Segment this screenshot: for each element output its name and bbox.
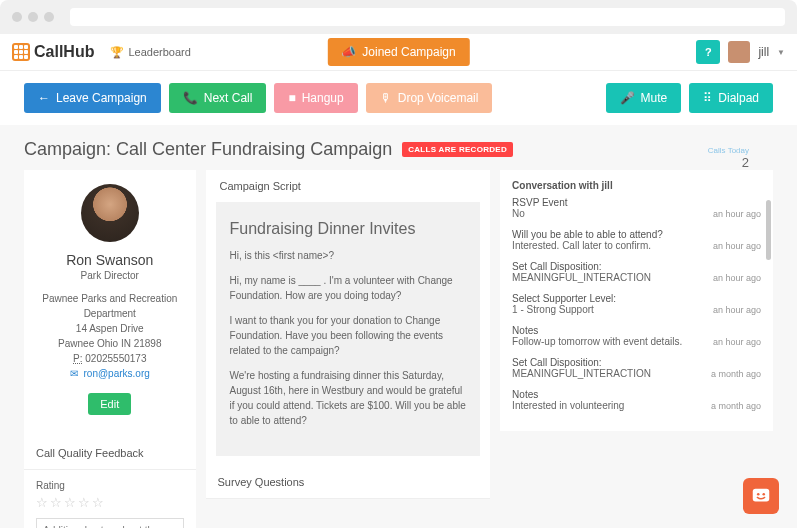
dialpad-label: Dialpad: [718, 91, 759, 105]
conversation-item: Select Supporter Level:1 - Strong Suppor…: [512, 293, 761, 315]
logo-icon: [12, 43, 30, 61]
survey-header: Survey Questions: [206, 466, 491, 499]
conversation-question: RSVP Event: [512, 197, 761, 208]
calls-today-count: 2: [708, 155, 749, 170]
conversation-answer: No: [512, 208, 525, 219]
conversation-time: an hour ago: [713, 337, 761, 347]
contact-email-row[interactable]: ✉ ron@parks.org: [34, 366, 186, 381]
contact-address1: 14 Aspen Drive: [34, 321, 186, 336]
conversation-item: NotesFollow-up tomorrow with event detai…: [512, 325, 761, 347]
main: Campaign: Call Center Fundraising Campai…: [0, 125, 797, 528]
contact-phone: 02025550173: [85, 353, 146, 364]
conversation-answer: MEANINGFUL_INTERACTION: [512, 368, 651, 379]
conversation-item: Set Call Disposition:MEANINGFUL_INTERACT…: [512, 357, 761, 379]
conversation-item: Will you be able to able to attend?Inter…: [512, 229, 761, 251]
conversation-question: Notes: [512, 389, 761, 400]
svg-point-1: [757, 493, 760, 496]
logo-text: CallHub: [34, 43, 94, 61]
contact-email: ron@parks.org: [84, 368, 150, 379]
logo[interactable]: CallHub: [12, 43, 94, 61]
conversation-item: NotesInterested in volunteeringa month a…: [512, 389, 761, 411]
leaderboard-label: Leaderboard: [128, 46, 190, 58]
drop-voicemail-button[interactable]: 🎙 Drop Voicemail: [366, 83, 493, 113]
conversation-item: Set Call Disposition:MEANINGFUL_INTERACT…: [512, 261, 761, 283]
user-name: jill: [758, 45, 769, 59]
conversation-time: an hour ago: [713, 209, 761, 219]
script-p4: We're hosting a fundraising dinner this …: [230, 368, 467, 428]
conversation-question: Will you be able to able to attend?: [512, 229, 761, 240]
script-body: Fundraising Dinner Invites Hi, is this <…: [216, 202, 481, 456]
script-title: Fundraising Dinner Invites: [230, 220, 467, 238]
drop-label: Drop Voicemail: [398, 91, 479, 105]
hangup-button[interactable]: ■ Hangup: [274, 83, 357, 113]
phone-icon: 📞: [183, 91, 198, 105]
leaderboard-link[interactable]: 🏆 Leaderboard: [110, 46, 190, 59]
dialpad-icon: ⠿: [703, 91, 712, 105]
trophy-icon: 🏆: [110, 46, 124, 59]
conversation-time: an hour ago: [713, 273, 761, 283]
conversation-time: an hour ago: [713, 305, 761, 315]
contact-address2: Pawnee Ohio IN 21898: [34, 336, 186, 351]
edit-contact-button[interactable]: Edit: [88, 393, 131, 415]
joined-campaign-label: Joined Campaign: [362, 45, 455, 59]
contact-phone-row: P: 02025550173: [34, 351, 186, 366]
leave-label: Leave Campaign: [56, 91, 147, 105]
conversation-question: Set Call Disposition:: [512, 357, 761, 368]
conversation-question: Notes: [512, 325, 761, 336]
conversation-time: a month ago: [711, 369, 761, 379]
recording-badge: CALLS ARE RECORDED: [402, 142, 513, 157]
contact-avatar: [81, 184, 139, 242]
rating-stars[interactable]: ☆☆☆☆☆: [36, 495, 184, 510]
microphone-icon: 🎤: [620, 91, 635, 105]
conversation-time: a month ago: [711, 401, 761, 411]
feedback-header: Call Quality Feedback: [24, 437, 196, 470]
next-call-button[interactable]: 📞 Next Call: [169, 83, 267, 113]
arrow-left-icon: ←: [38, 91, 50, 105]
hangup-label: Hangup: [302, 91, 344, 105]
page-title: Campaign: Call Center Fundraising Campai…: [24, 139, 392, 160]
mute-label: Mute: [641, 91, 668, 105]
feedback-notes-input[interactable]: [36, 518, 184, 528]
svg-rect-0: [753, 489, 770, 502]
joined-campaign-button[interactable]: 📣 Joined Campaign: [327, 38, 469, 66]
stop-icon: ■: [288, 91, 295, 105]
conversation-question: Set Call Disposition:: [512, 261, 761, 272]
rating-label: Rating: [36, 480, 184, 491]
script-p2: Hi, my name is ____ . I'm a volunteer wi…: [230, 273, 467, 303]
contact-org: Pawnee Parks and Recreation Department: [34, 291, 186, 321]
next-label: Next Call: [204, 91, 253, 105]
leave-campaign-button[interactable]: ← Leave Campaign: [24, 83, 161, 113]
help-button[interactable]: ?: [696, 40, 720, 64]
user-avatar[interactable]: [728, 41, 750, 63]
chevron-down-icon[interactable]: ▼: [777, 48, 785, 57]
megaphone-icon: 📣: [341, 45, 356, 59]
browser-chrome: [0, 0, 797, 34]
envelope-icon: ✉: [70, 368, 78, 379]
conversation-header: Conversation with jill: [500, 170, 773, 197]
calls-today: Calls Today 2: [684, 146, 773, 170]
app-header: CallHub 🏆 Leaderboard 📣 Joined Campaign …: [0, 34, 797, 71]
svg-point-2: [762, 493, 765, 496]
conversation-answer: Interested in volunteering: [512, 400, 624, 411]
help-icon: ?: [705, 46, 712, 58]
conversation-item: RSVP EventNoan hour ago: [512, 197, 761, 219]
conversation-time: an hour ago: [713, 241, 761, 251]
chat-widget-button[interactable]: [743, 478, 779, 514]
contact-card: Ron Swanson Park Director Pawnee Parks a…: [24, 170, 196, 429]
conversation-answer: Interested. Call later to confirm.: [512, 240, 651, 251]
action-bar: ← Leave Campaign 📞 Next Call ■ Hangup 🎙 …: [0, 71, 797, 125]
conversation-question: Select Supporter Level:: [512, 293, 761, 304]
conversation-panel: Conversation with jill RSVP EventNoan ho…: [500, 170, 773, 431]
contact-name: Ron Swanson: [34, 252, 186, 268]
mute-button[interactable]: 🎤 Mute: [606, 83, 682, 113]
conversation-answer: MEANINGFUL_INTERACTION: [512, 272, 651, 283]
chat-face-icon: [750, 485, 772, 507]
conversation-answer: Follow-up tomorrow with event details.: [512, 336, 682, 347]
conversation-answer: 1 - Strong Support: [512, 304, 594, 315]
scrollbar[interactable]: [766, 200, 771, 260]
dialpad-button[interactable]: ⠿ Dialpad: [689, 83, 773, 113]
script-p3: I want to thank you for your donation to…: [230, 313, 467, 358]
feedback-panel: Call Quality Feedback Rating ☆☆☆☆☆: [24, 437, 196, 528]
phone-label: P:: [73, 353, 82, 364]
calls-today-label: Calls Today: [708, 146, 749, 155]
